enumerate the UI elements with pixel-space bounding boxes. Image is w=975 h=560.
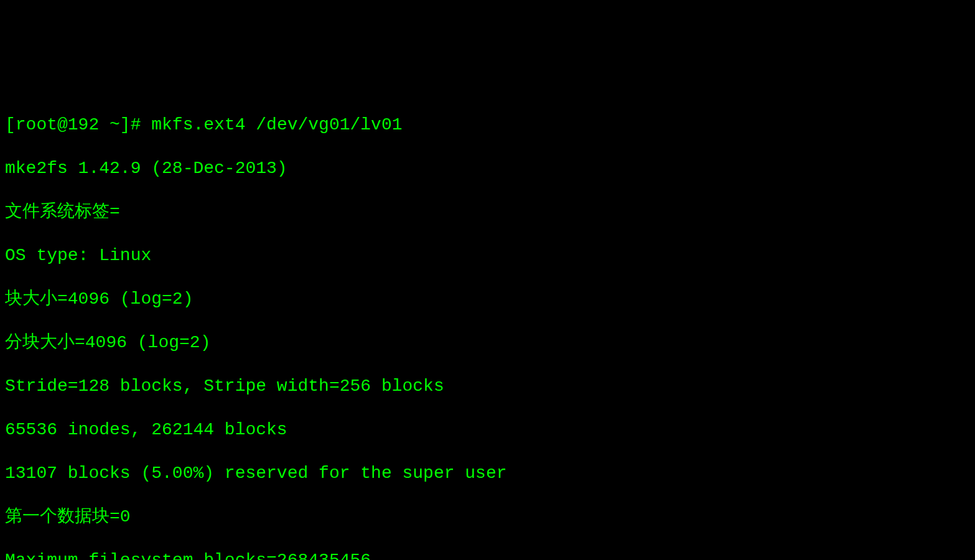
terminal-window[interactable]: [root@192 ~]# mkfs.ext4 /dev/vg01/lv01 m… <box>5 92 970 560</box>
output-line: 块大小=4096 (log=2) <box>5 288 970 310</box>
output-line: 第一个数据块=0 <box>5 506 970 528</box>
output-line: mke2fs 1.42.9 (28-Dec-2013) <box>5 157 970 179</box>
output-line: Stride=128 blocks, Stripe width=256 bloc… <box>5 375 970 397</box>
output-line: Maximum filesystem blocks=268435456 <box>5 549 970 560</box>
output-line: OS type: Linux <box>5 245 970 266</box>
command-line-1: [root@192 ~]# mkfs.ext4 /dev/vg01/lv01 <box>5 114 970 136</box>
shell-prompt: [root@192 ~]# <box>5 115 151 134</box>
output-line: 13107 blocks (5.00%) reserved for the su… <box>5 462 970 484</box>
output-line: 分块大小=4096 (log=2) <box>5 332 970 353</box>
command-text: mkfs.ext4 /dev/vg01/lv01 <box>151 115 402 134</box>
output-line: 文件系统标签= <box>5 201 970 223</box>
output-line: 65536 inodes, 262144 blocks <box>5 419 970 441</box>
